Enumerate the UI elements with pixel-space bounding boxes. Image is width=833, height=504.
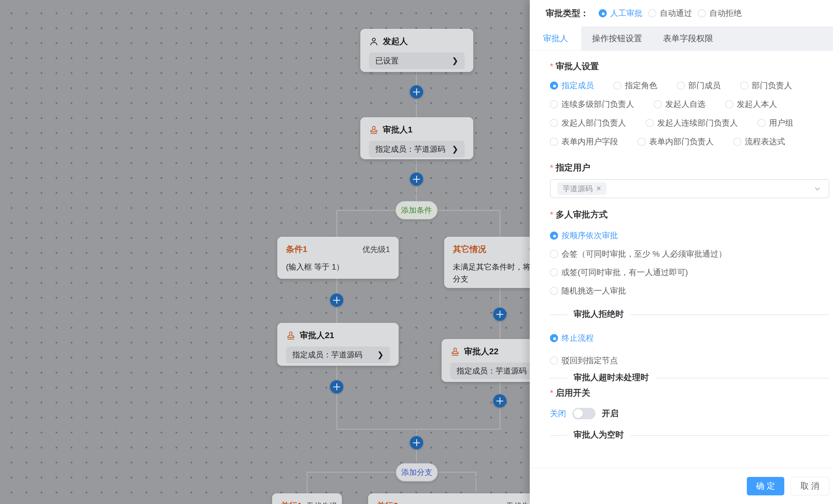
radio-auto-approve[interactable]: 自动通过 [648,8,692,19]
node-summary-text: 指定成员：芋道源码 [292,350,362,360]
radio-user-group[interactable]: 用户组 [758,118,793,128]
node-priority: 无优先级 [306,501,337,504]
radio-auto-reject[interactable]: 自动拒绝 [698,8,742,19]
add-node-button[interactable] [410,436,423,449]
radio-process-expression[interactable]: 流程表达式 [733,136,785,147]
connector-line [476,472,476,493]
node-summary[interactable]: 已设置 ❯ [369,52,465,69]
node-start[interactable]: 发起人 已设置 ❯ [360,29,473,72]
assignee-select[interactable]: 芋道源码 ✕ [550,179,829,198]
radio-dot [733,138,741,146]
node-title: 发起人 [383,36,408,47]
chevron-down-icon [813,184,822,193]
node-title: 并行1 [281,500,302,504]
radio-assigned-member[interactable]: 指定成员 [550,80,594,91]
multi-approve-radio-group: 按顺序依次审批 会签（可同时审批，至少 % 人必须审批通过） 或签(可同时审批，… [550,230,829,297]
radio-multi-level-dept-leader[interactable]: 连续多级部门负责人 [550,99,634,110]
branch-split-line [307,472,476,473]
cancel-button[interactable]: 取 消 [791,477,829,495]
tag-close-icon[interactable]: ✕ [596,185,601,193]
node-approver1[interactable]: 审批人1 指定成员：芋道源码 ❯ [360,117,473,159]
radio-starter-self-select[interactable]: 发起人自选 [654,99,706,110]
add-condition-label: 添加条件 [401,205,432,216]
radio-form-user-field[interactable]: 表单内用户字段 [550,136,618,147]
radio-label: 部门成员 [688,80,720,91]
node-condition1[interactable]: 条件1 优先级1 (输入框 等于 1） [277,237,399,279]
radio-dot [550,250,558,258]
radio-terminate-process[interactable]: 终止流程 [550,332,829,344]
add-branch-button[interactable]: 添加分支 [396,463,438,481]
radio-label: 用户组 [769,118,793,128]
radio-label: 终止流程 [562,333,594,344]
radio-starter-multi-dept-leader[interactable]: 发起人连续部门负责人 [646,118,738,128]
radio-label: 发起人连续部门负责人 [657,118,738,128]
add-node-button[interactable] [493,308,506,321]
confirm-button[interactable]: 确 定 [747,477,784,495]
chevron-right-icon: ❯ [377,350,384,359]
timeout-toggle[interactable] [572,408,595,419]
add-node-button[interactable] [410,85,423,99]
radio-dot [613,81,621,90]
radio-dot [550,287,558,295]
radio-label: 自动通过 [660,8,692,19]
radio-assigned-role[interactable]: 指定角色 [613,80,657,91]
timeout-switch-row: 关闭 开启 [550,408,829,419]
chevron-right-icon: ❯ [452,56,458,66]
radio-dot [550,356,558,364]
radio-dot [758,119,765,127]
radio-countersign[interactable]: 会签（可同时审批，至少 % 人必须审批通过） [550,248,829,260]
tab-approver[interactable]: 审批人 [530,26,582,50]
node-title: 条件1 [286,244,307,255]
approval-type-label: 审批类型： [546,7,589,19]
stamp-icon [369,125,379,135]
radio-manual-approval[interactable]: 人工审批 [599,8,642,19]
radio-dot [677,81,685,90]
node-summary[interactable]: 指定成员：芋道源码 ❯ [286,347,390,363]
radio-dot [725,100,733,108]
approver-settings-panel: 审批类型： 人工审批 自动通过 自动拒绝 审批人 操作按钮设置 表单字段权限 审… [530,0,833,504]
add-node-button[interactable] [410,173,423,186]
radio-sequential[interactable]: 按顺序依次审批 [550,230,829,241]
radio-dept-leader[interactable]: 部门负责人 [740,80,792,91]
radio-orsign[interactable]: 或签(可同时审批，有一人通过即可) [550,267,829,278]
switch-on-label: 开启 [602,408,619,419]
add-node-button[interactable] [493,394,506,407]
add-node-button[interactable] [330,380,343,394]
radio-dot [550,100,558,108]
connector-line [500,210,500,237]
add-condition-button[interactable]: 添加条件 [396,201,437,220]
node-title: 审批人1 [383,124,412,136]
node-summary[interactable]: 指定成员：芋道源码 ❯ [369,141,465,157]
radio-starter-self[interactable]: 发起人本人 [725,99,777,110]
add-node-button[interactable] [330,294,343,307]
node-summary-text: 指定成员：芋道源码 [375,144,445,154]
node-approver21[interactable]: 审批人21 指定成员：芋道源码 ❯ [277,323,399,366]
settings-content[interactable]: 审批人设置 指定成员 指定角色 部门成员 部门负责人 连续多级部门负责人 发起人… [530,51,833,451]
reject-divider-label: 审批人拒绝时 [567,308,630,320]
radio-random-one[interactable]: 随机挑选一人审批 [550,285,829,297]
radio-label: 驳回到指定节点 [562,355,618,366]
radio-dot [550,334,558,342]
panel-footer: 确 定 取 消 [530,468,833,504]
timeout-divider-label: 审批人超时未处理时 [567,372,655,383]
node-title: 审批人21 [300,330,334,341]
radio-dot [550,269,558,276]
radio-dot [599,9,607,17]
connector-line [307,472,308,493]
radio-starter-dept-leader[interactable]: 发起人部门负责人 [550,118,626,128]
radio-form-dept-leader[interactable]: 表单内部门负责人 [638,136,714,147]
radio-return-to-node[interactable]: 驳回到指定节点 [550,355,829,366]
radio-dot [638,138,646,146]
radio-dept-member[interactable]: 部门成员 [677,80,720,91]
tab-action-buttons[interactable]: 操作按钮设置 [582,26,652,50]
assignee-label: 指定用户 [550,162,829,174]
empty-approver-divider-label: 审批人为空时 [567,429,630,440]
radio-dot [550,119,558,127]
node-parallel1[interactable]: 并行1 无优先级 [272,493,342,504]
radio-label: 发起人本人 [737,99,777,110]
radio-dot [550,231,558,240]
radio-label: 表单内用户字段 [562,136,618,147]
approval-type-row: 审批类型： 人工审批 自动通过 自动拒绝 [530,0,833,26]
tab-form-field-permissions[interactable]: 表单字段权限 [652,26,723,50]
radio-dot [654,100,662,108]
